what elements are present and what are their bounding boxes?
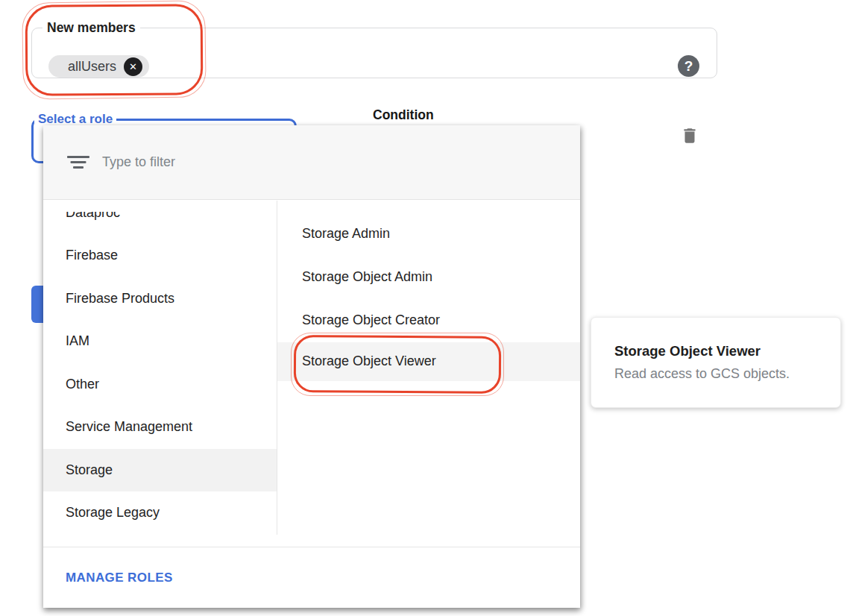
filter-input[interactable]: Type to filter [102, 154, 175, 170]
chip-remove-icon[interactable]: ✕ [124, 57, 142, 76]
select-role-label: Select a role [34, 112, 116, 127]
category-option[interactable]: Storage Legacy [43, 491, 277, 535]
category-option[interactable]: Dataproc [43, 192, 277, 235]
role-option[interactable]: Storage Object Creator [277, 299, 580, 342]
category-list: DataprocFirebaseFirebase ProductsIAMOthe… [43, 192, 277, 535]
category-option[interactable]: Service Management [43, 406, 277, 449]
role-picker-body: DataprocFirebaseFirebase ProductsIAMOthe… [43, 201, 580, 547]
new-members-field[interactable]: New members allUsers ✕ ? [31, 20, 717, 78]
role-option[interactable]: Storage Object Viewer [277, 342, 580, 381]
category-option[interactable]: Other [43, 363, 277, 406]
filter-icon [67, 156, 89, 169]
tooltip-description: Read access to GCS objects. [614, 366, 840, 382]
manage-roles-link[interactable]: MANAGE ROLES [66, 571, 173, 585]
category-option[interactable]: IAM [43, 320, 277, 363]
member-chip-label: allUsers [68, 59, 116, 75]
new-members-label: New members [42, 20, 140, 36]
category-option[interactable]: Firebase Products [43, 277, 277, 321]
role-option[interactable]: Storage Admin [277, 213, 580, 256]
role-tooltip: Storage Object Viewer Read access to GCS… [591, 317, 841, 408]
member-chip-allusers[interactable]: allUsers ✕ [48, 55, 149, 78]
category-option[interactable]: Storage [43, 449, 277, 492]
category-option[interactable]: Firebase [43, 234, 277, 277]
condition-label: Condition [373, 107, 434, 123]
role-list: Storage AdminStorage Object AdminStorage… [277, 201, 580, 381]
delete-row-button[interactable] [680, 125, 701, 146]
trash-icon [680, 125, 699, 146]
role-filter-row[interactable]: Type to filter [43, 125, 580, 200]
panel-footer: MANAGE ROLES [43, 547, 580, 608]
role-option[interactable]: Storage Object Admin [277, 256, 580, 299]
help-icon[interactable]: ? [678, 55, 699, 77]
role-dropdown-panel: Type to filter DataprocFirebaseFirebase … [43, 125, 580, 608]
tooltip-title: Storage Object Viewer [614, 343, 840, 359]
